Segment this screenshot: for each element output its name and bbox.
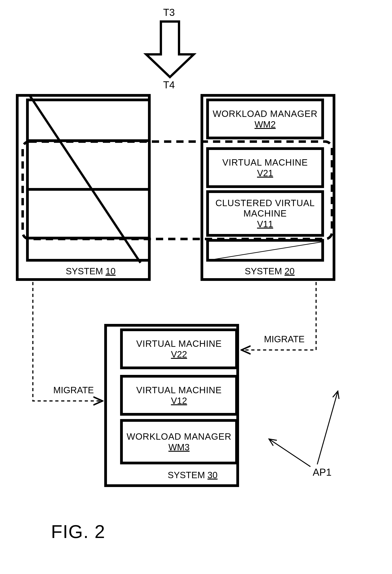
migrate-right-label: MIGRATE <box>264 334 305 344</box>
v21-label: VIRTUAL MACHINE <box>222 157 308 168</box>
system30-v22: VIRTUAL MACHINE V22 <box>120 328 238 369</box>
figure-label: FIG. 2 <box>51 521 105 542</box>
system10-row-3 <box>26 188 151 237</box>
system30-label: SYSTEM 30 <box>168 470 218 480</box>
system10-row-1 <box>26 99 151 139</box>
ap1-arrow-left <box>270 439 310 467</box>
system30-wm3: WORKLOAD MANAGER WM3 <box>120 419 238 464</box>
system30-id: 30 <box>207 470 218 480</box>
system20-id: 20 <box>285 266 295 276</box>
wm2-label: WORKLOAD MANAGER <box>213 108 318 119</box>
system10-id: 10 <box>105 266 116 276</box>
v11-id: V11 <box>257 219 273 229</box>
wm2-id: WM2 <box>254 119 275 130</box>
system20-label: SYSTEM 20 <box>245 266 295 276</box>
system10-row-4 <box>26 237 151 262</box>
system20-spare <box>206 239 324 262</box>
v11-label: CLUSTERED VIRTUAL MACHINE <box>209 198 321 219</box>
system10-label-text: SYSTEM <box>66 266 103 276</box>
label-t4: T4 <box>163 79 175 91</box>
system30-label-text: SYSTEM <box>168 470 205 480</box>
system10-label: SYSTEM 10 <box>66 266 116 276</box>
system30-v12: VIRTUAL MACHINE V12 <box>120 375 238 416</box>
wm3-label: WORKLOAD MANAGER <box>127 431 232 442</box>
arrow-t3-t4 <box>146 21 194 77</box>
migrate-left-label: MIGRATE <box>53 385 94 395</box>
wm3-id: WM3 <box>168 442 189 452</box>
system20-v11: CLUSTERED VIRTUAL MACHINE V11 <box>206 190 324 237</box>
ap1-label: AP1 <box>313 467 331 478</box>
system20-wm2: WORKLOAD MANAGER WM2 <box>206 99 324 139</box>
migrate-arrow-left <box>33 282 102 401</box>
v12-id: V12 <box>171 396 187 406</box>
v22-id: V22 <box>171 349 187 359</box>
system20-v21: VIRTUAL MACHINE V21 <box>206 147 324 188</box>
v12-label: VIRTUAL MACHINE <box>136 385 222 395</box>
v22-label: VIRTUAL MACHINE <box>136 338 222 349</box>
label-t3: T3 <box>163 7 175 18</box>
v21-id: V21 <box>257 168 273 178</box>
overlay-svg <box>0 0 392 574</box>
system10-row-2 <box>26 139 151 188</box>
ap1-arrow-up <box>317 392 338 464</box>
system20-label-text: SYSTEM <box>245 266 282 276</box>
